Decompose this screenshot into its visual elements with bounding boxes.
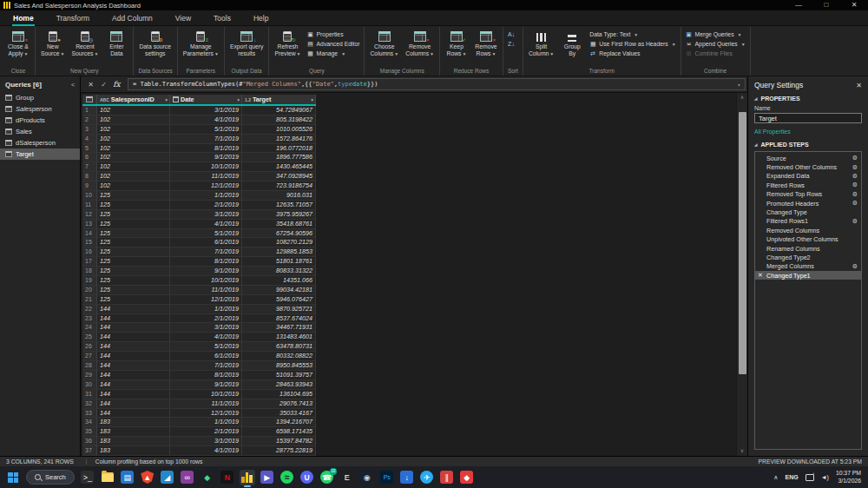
- table-cell[interactable]: 8537.674024: [242, 314, 316, 324]
- table-cell[interactable]: 2/1/2019: [170, 427, 242, 437]
- keep-rows-button[interactable]: ✓KeepRows▼: [443, 27, 470, 68]
- table-cell[interactable]: 9016.031: [242, 191, 316, 201]
- purple-play-app-icon[interactable]: ▶: [260, 470, 275, 485]
- close-panel-icon[interactable]: ✕: [856, 82, 862, 89]
- table-cell[interactable]: 183: [97, 418, 170, 427]
- table-cell[interactable]: 10/1/2019: [170, 162, 242, 172]
- manage-parameters-button[interactable]: ≡ManageParameters▼: [181, 27, 221, 68]
- table-cell[interactable]: 125: [97, 229, 170, 239]
- merge-queries-button[interactable]: ▣Merge Queries▼: [684, 30, 747, 38]
- table-cell[interactable]: 125: [97, 257, 170, 267]
- table-cell[interactable]: 80332.08822: [242, 352, 316, 361]
- table-cell[interactable]: 7/1/2019: [170, 135, 242, 144]
- table-cell[interactable]: 11/1/2019: [170, 172, 242, 181]
- telegram-icon[interactable]: ✈: [419, 470, 435, 485]
- table-cell[interactable]: 102: [97, 172, 170, 181]
- table-cell[interactable]: 1896.777586: [242, 153, 316, 162]
- table-cell[interactable]: 125: [97, 201, 170, 210]
- filter-dropdown-icon[interactable]: ▾: [311, 97, 313, 102]
- table-cell[interactable]: 1572.864176: [242, 135, 316, 144]
- table-cell[interactable]: 4/1/2019: [170, 446, 242, 456]
- column-header-date[interactable]: Date▾: [170, 95, 242, 104]
- group-by-button[interactable]: GroupBy: [558, 27, 586, 68]
- table-cell[interactable]: 34467.71931: [242, 323, 316, 333]
- use-first-row-as-headers-button[interactable]: ▦Use First Row as Headers▼: [588, 40, 677, 48]
- scrollbar-thumb[interactable]: [739, 112, 746, 374]
- formula-expand-icon[interactable]: ▾: [737, 82, 740, 88]
- table-cell[interactable]: 144: [97, 380, 170, 390]
- table-cell[interactable]: 144: [97, 352, 170, 361]
- menu-tab-home[interactable]: Home: [12, 12, 35, 24]
- table-cell[interactable]: 3/1/2019: [170, 323, 242, 333]
- applied-step-promoted-headers[interactable]: Promoted Headers⚙: [755, 199, 861, 208]
- video-editor-icon[interactable]: ∥: [439, 470, 455, 485]
- table-cell[interactable]: 8/1/2019: [170, 144, 242, 154]
- table-cell[interactable]: 102: [97, 125, 170, 135]
- collapse-panel-icon[interactable]: <: [71, 82, 75, 88]
- applied-step-filtered-rows[interactable]: Filtered Rows⚙: [755, 181, 861, 189]
- table-cell[interactable]: 144: [97, 371, 170, 380]
- file-explorer-icon[interactable]: [100, 470, 115, 485]
- step-settings-gear-icon[interactable]: ⚙: [852, 218, 858, 225]
- applied-step-source[interactable]: Source⚙: [755, 154, 861, 162]
- table-cell[interactable]: 9870.925721: [242, 305, 316, 314]
- table-cell[interactable]: 1430.465445: [242, 162, 316, 172]
- sort-ascending-button[interactable]: A↓: [506, 30, 516, 38]
- scroll-up-icon[interactable]: ∧: [740, 94, 744, 102]
- spotify-icon[interactable]: ≈: [279, 470, 295, 485]
- step-settings-gear-icon[interactable]: ⚙: [852, 155, 858, 162]
- table-cell[interactable]: 125: [97, 286, 170, 295]
- table-cell[interactable]: 144: [97, 390, 170, 399]
- cancel-formula-icon[interactable]: ✕: [84, 81, 97, 89]
- scroll-down-icon[interactable]: ∨: [740, 447, 744, 455]
- table-cell[interactable]: 6/1/2019: [170, 238, 242, 247]
- table-cell[interactable]: 99034.42181: [242, 286, 316, 295]
- table-cell[interactable]: 5/1/2019: [170, 125, 242, 135]
- applied-step-filtered-rows1[interactable]: Filtered Rows1⚙: [755, 217, 861, 226]
- append-queries-button[interactable]: ≍Append Queries▼: [684, 40, 747, 48]
- epic-games-icon[interactable]: E: [339, 470, 355, 485]
- table-cell[interactable]: 4/1/2019: [170, 333, 242, 342]
- table-cell[interactable]: 67254.90596: [242, 229, 316, 239]
- export-query-results-button[interactable]: ↓Export queryresults: [227, 27, 266, 68]
- step-settings-gear-icon[interactable]: ⚙: [852, 173, 858, 180]
- column-header-salespersonid[interactable]: ABCSalespersonID▾: [97, 95, 170, 104]
- table-cell[interactable]: 1/1/2019: [170, 305, 242, 314]
- downloader-icon[interactable]: ↓: [399, 470, 415, 485]
- table-cell[interactable]: 1/1/2019: [170, 418, 242, 427]
- language-indicator[interactable]: ENG: [785, 474, 798, 480]
- applied-step-changed-type2[interactable]: Changed Type2: [755, 253, 861, 261]
- applied-step-removed-columns[interactable]: Removed Columns: [755, 226, 861, 234]
- table-cell[interactable]: 8950.845553: [242, 361, 316, 371]
- applied-step-renamed-columns[interactable]: Renamed Columns: [755, 244, 861, 253]
- query-item-target[interactable]: Target: [0, 148, 80, 160]
- table-cell[interactable]: 28775.22819: [242, 446, 316, 456]
- new-source-button[interactable]: ●NewSource▼: [38, 27, 68, 68]
- table-cell[interactable]: 6598.171435: [242, 427, 316, 437]
- menu-tab-add-column[interactable]: Add Column: [111, 12, 154, 24]
- discord-icon[interactable]: ∪: [299, 470, 315, 485]
- table-cell[interactable]: 51801.18761: [242, 257, 316, 267]
- table-cell[interactable]: 144: [97, 399, 170, 409]
- microsoft-store-icon[interactable]: ▤: [120, 470, 135, 485]
- table-cell[interactable]: 108270.2129: [242, 238, 316, 247]
- table-cell[interactable]: 12/1/2019: [170, 295, 242, 305]
- applied-step-expanded-data[interactable]: Expanded Data⚙: [755, 172, 861, 181]
- minimize-button[interactable]: —: [785, 0, 812, 10]
- table-cell[interactable]: 183: [97, 427, 170, 437]
- display-cast-icon[interactable]: [806, 474, 814, 481]
- table-cell[interactable]: 10/1/2019: [170, 276, 242, 286]
- table-cell[interactable]: 3975.959267: [242, 210, 316, 220]
- table-cell[interactable]: 805.3198422: [242, 115, 316, 125]
- table-cell[interactable]: 125: [97, 276, 170, 286]
- table-cell[interactable]: 1010.005526: [242, 125, 316, 135]
- advanced-editor-button[interactable]: ▤Advanced Editor: [306, 40, 362, 48]
- table-cell[interactable]: 144: [97, 409, 170, 419]
- menu-tab-help[interactable]: Help: [253, 12, 269, 24]
- brave-icon[interactable]: ▲: [140, 470, 155, 485]
- table-cell[interactable]: 11/1/2019: [170, 286, 242, 295]
- vertical-scrollbar[interactable]: ∧ ∨: [736, 93, 747, 456]
- table-cell[interactable]: 125: [97, 267, 170, 276]
- query-item-sales[interactable]: Sales: [0, 126, 80, 137]
- taskbar-clock[interactable]: 10:37 PM 3/1/2026: [836, 470, 861, 485]
